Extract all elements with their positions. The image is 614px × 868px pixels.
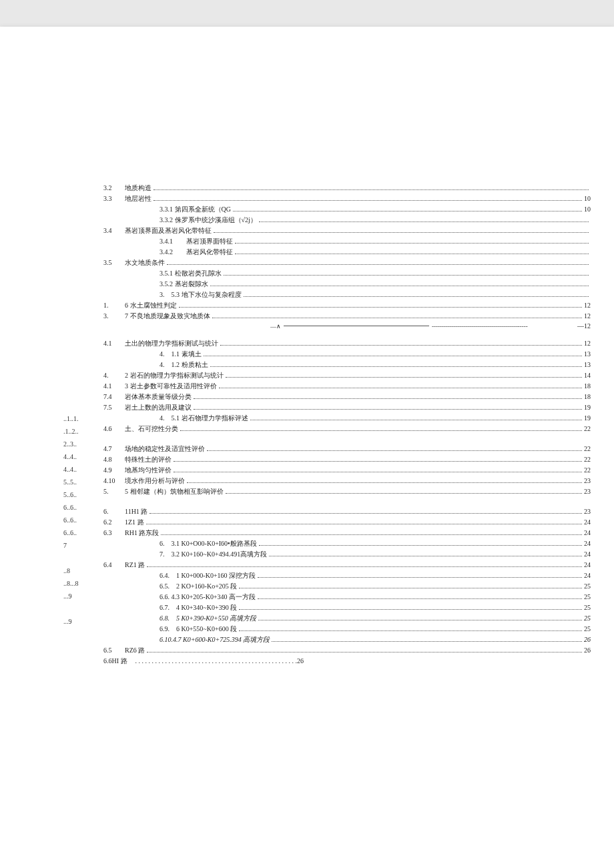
toc-number: 6. [103, 508, 117, 515]
divider-line: —∧--------------------------------------… [103, 322, 591, 330]
toc-page: 18 [584, 382, 591, 390]
toc-title: 特殊性土的评价 [125, 455, 172, 464]
toc-title: 6.7. 4 K0+340~K0+390 段 [160, 603, 237, 612]
toc-row: 4.2 岩石的物理力学指标测试与统计14 [103, 371, 591, 380]
toc-page: 18 [584, 393, 591, 400]
leader-dots [154, 200, 582, 201]
toc-row: 4.8特殊性土的评价22 [103, 455, 591, 464]
toc-page: 25 [584, 593, 591, 600]
toc-number: 6.4 [103, 561, 117, 568]
toc-row: 3.7 不良地质现象及致灾地质体12 [103, 312, 591, 321]
toc-row: 4.9地基均匀性评价22 [103, 466, 591, 475]
toc-number: 3.5 [103, 259, 117, 266]
gap [103, 498, 591, 507]
toc-row: 7.5岩土上数的选用及建议19 [103, 403, 591, 412]
toc-number: 4.1 [103, 340, 117, 347]
toc-title: 6.5. 2 KO+160-Ko+205 段 [160, 582, 237, 591]
leader-dots [210, 366, 583, 367]
toc-row: 6.9. 6 K0+550~K0+600 段25 [103, 624, 591, 634]
leader-dots [207, 450, 582, 451]
margin-note [63, 604, 90, 614]
margin-note: 2..3.. [63, 439, 90, 450]
toc-row: 6.6. 4.3 K0+205-K0+340 高一方段25 [103, 592, 591, 602]
line [284, 326, 429, 326]
leader-dots [220, 345, 582, 346]
leader-dots [214, 232, 589, 233]
leader-dots [167, 264, 589, 265]
leader-dots [258, 577, 582, 578]
toc-number: 6.6HI 路 [103, 657, 127, 666]
toc-row: 3.2地质构造 [103, 183, 591, 193]
toc-row: 3.3地层岩性10 [103, 194, 591, 203]
toc-title: RH1 路东段 [125, 528, 159, 538]
toc-page: 24 [584, 540, 591, 547]
margin-note: 5..6.. [63, 490, 90, 500]
toc-page: 25 [584, 614, 591, 622]
toc-title: 3.3.1 第四系全新统（QG [160, 205, 231, 214]
leader-dots [258, 620, 582, 620]
toc-title: 7. 3.2 K0+160~K0+494.491高填方段 [160, 550, 267, 559]
leader-dots [272, 641, 582, 642]
toc-row: 6.10.4.7 K0+600-K0+725.394 高填方段26 [103, 635, 591, 644]
leader-dots [147, 652, 582, 653]
toc-page: 24 [584, 550, 591, 558]
leader-dots [174, 472, 582, 472]
margin-note: ..8 [63, 566, 90, 576]
toc-title: 4. 5.1 岩石物理力学指标评述 [160, 414, 248, 423]
toc-title: 6.10.4.7 K0+600-K0+725.394 高填方段 [160, 635, 270, 644]
page-num: —12 [577, 322, 591, 330]
toc-number: 3.3 [103, 195, 117, 202]
toc-title: 3.3.2 侏罗系中统沙溪庙组（√2j） [160, 215, 257, 225]
toc-page: 23 [584, 508, 591, 515]
toc-page: 25 [584, 582, 591, 590]
toc-number: 6.2 [103, 518, 117, 526]
toc-page: 22 [584, 445, 591, 452]
toc-page: 22 [584, 425, 591, 432]
toc-row: 3.4.1 基岩顶界面特征 [103, 237, 591, 246]
toc-title: 3.4.1 基岩顶界面特征 [160, 237, 233, 246]
toc-number: 4.9 [103, 466, 117, 474]
toc-row: 3.4.2 基岩风化带特征 [103, 248, 591, 257]
leader-dots [233, 211, 582, 211]
toc-row: 6.3RH1 路东段24 [103, 528, 591, 538]
leader-dots [258, 598, 582, 599]
leader-dots [235, 254, 589, 254]
margin-note: 6..6.. [63, 515, 90, 526]
toc-title: RZ1 路 [125, 560, 145, 570]
toc-number: 4.10 [103, 477, 117, 484]
leader-dots [239, 609, 582, 610]
leader-dots [194, 409, 582, 410]
caret-icon: —∧ [270, 323, 281, 330]
toc-number: 3.4 [103, 227, 117, 234]
toc-title: 2 岩石的物理力学指标测试与统计 [125, 371, 224, 380]
toc-title: 7 不良地质现象及致灾地质体 [125, 312, 210, 321]
toc-page: 24 [584, 561, 591, 568]
dashes: ----------------------------------------… [432, 323, 577, 330]
toc-row: 6.5. 2 KO+160-Ko+205 段25 [103, 582, 591, 591]
toc-row: 3.3.2 侏罗系中统沙溪庙组（√2j） [103, 215, 591, 225]
toc-row: 3.5.1 松散岩类孔隙水 [103, 269, 591, 278]
toc-row: 5.5 相邻建（构）筑物相互影响评价23 [103, 487, 591, 496]
toc-row: 3.3.1 第四系全新统（QG10 [103, 205, 591, 214]
toc-title: 1Z1 路 [125, 518, 144, 527]
toc-number: 4.7 [103, 445, 117, 452]
toc-number: 6.3 [103, 529, 117, 536]
toc-number: 4. [103, 372, 117, 379]
gap [103, 435, 591, 444]
toc-page: 13 [584, 350, 591, 358]
toc-page: 10 [584, 205, 591, 213]
leader-dots [259, 545, 582, 546]
toc-number: 4.8 [103, 456, 117, 463]
toc-page: 25 [584, 625, 591, 632]
toc-number: 4.6 [103, 425, 117, 432]
toc-title: 3 岩土参数可靠性及适用性评价 [125, 382, 217, 391]
toc-number: 5. [103, 488, 117, 495]
toc-page: 19 [584, 404, 591, 411]
toc-row: 6.4. 1 K0+000-K0+160 深挖方段24 [103, 571, 591, 580]
toc-title: 6 水土腐蚀性判定 [125, 301, 177, 310]
leader-dots [161, 534, 582, 535]
leader-dots [250, 420, 583, 420]
toc-row: 6.8. 5 K0+390-K0+550 高填方段25 [103, 614, 591, 623]
toc-title: 4. 1.2 粉质粘土 [160, 360, 208, 370]
leader-dots [194, 398, 582, 399]
